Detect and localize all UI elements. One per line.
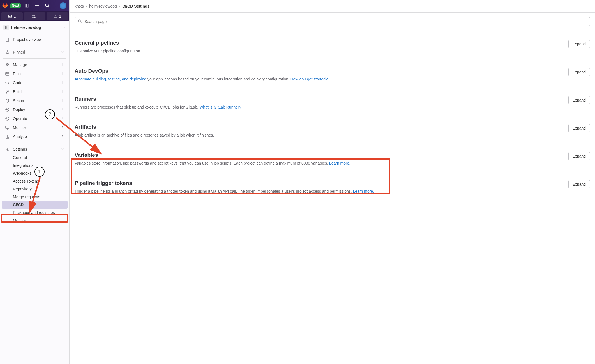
sidebar-item-deploy[interactable]: Deploy <box>2 105 68 114</box>
sidebar-item-label: Settings <box>13 147 27 151</box>
deploy-icon <box>5 107 10 112</box>
sidebar-item-pinned[interactable]: Pinned <box>2 48 68 57</box>
link-learn-more[interactable]: Learn more. <box>329 161 350 165</box>
sidebar-item-monitor[interactable]: Monitor <box>2 123 68 132</box>
search-icon[interactable] <box>43 2 52 10</box>
section-pipeline-trigger-tokens: Pipeline trigger tokens Trigger a pipeli… <box>75 173 590 201</box>
link-runner[interactable]: What is GitLab Runner? <box>199 105 241 109</box>
section-artifacts: Artifacts A job artifact is an archive o… <box>75 117 590 145</box>
expand-button[interactable]: Expand <box>568 40 590 48</box>
link-learn-more[interactable]: Learn more. <box>353 189 374 193</box>
pin-icon <box>5 50 10 54</box>
chevron-right-icon: › <box>86 5 87 8</box>
section-desc: Customize your pipeline configuration. <box>75 48 562 54</box>
search-wrap <box>75 17 590 26</box>
chevron-right-icon <box>61 116 64 121</box>
topbar: Next <box>0 0 69 11</box>
monitor-icon <box>5 125 10 130</box>
svg-rect-15 <box>6 72 9 75</box>
sidebar-sub-repository[interactable]: Repository <box>2 185 68 193</box>
expand-button[interactable]: Expand <box>568 124 590 132</box>
sidebar-item-project-overview[interactable]: Project overview <box>2 35 68 44</box>
counters-row: 1 1 <box>0 11 69 21</box>
section-title: Variables <box>75 152 562 158</box>
section-title: Pipeline trigger tokens <box>75 180 562 186</box>
chevron-right-icon <box>61 63 64 67</box>
expand-button[interactable]: Expand <box>568 68 590 76</box>
link-get-started[interactable]: How do I get started? <box>290 77 328 81</box>
sidebar-item-build[interactable]: Build <box>2 87 68 96</box>
rocket-icon <box>5 89 10 94</box>
sidebar-item-label: Secure <box>13 98 25 103</box>
chevron-right-icon <box>61 98 64 103</box>
sidebar-item-label: Build <box>13 89 22 94</box>
section-runners: Runners Runners are processes that pick … <box>75 89 590 117</box>
svg-point-8 <box>32 17 33 18</box>
sidebar-item-plan[interactable]: Plan <box>2 69 68 78</box>
next-badge: Next <box>10 3 21 8</box>
expand-button[interactable]: Expand <box>568 152 590 160</box>
svg-point-13 <box>6 63 8 65</box>
sidebar-item-label: Manage <box>13 63 27 67</box>
gitlab-logo-icon[interactable] <box>2 2 8 9</box>
sidebar-sub-cicd[interactable]: CI/CD <box>2 201 68 209</box>
chevron-right-icon: › <box>119 5 120 8</box>
sidebar: Next 1 1 <box>0 0 70 364</box>
sidebar-item-label: Plan <box>13 72 21 76</box>
chevron-right-icon <box>61 134 64 139</box>
nav: Project overview Pinned Manage Plan <box>0 34 69 364</box>
sidebar-item-manage[interactable]: Manage <box>2 60 68 69</box>
svg-point-14 <box>8 64 9 65</box>
breadcrumb-link[interactable]: helm-reviewdog <box>89 4 117 8</box>
sidebar-item-label: Analyze <box>13 134 27 139</box>
section-desc: Trigger a pipeline for a branch or tag b… <box>75 188 562 194</box>
chevron-down-icon <box>63 25 66 30</box>
avatar[interactable] <box>60 2 66 9</box>
sidebar-sub-monitor[interactable]: Monitor <box>2 216 68 224</box>
svg-point-21 <box>7 118 8 119</box>
sidebar-item-settings[interactable]: Settings <box>2 145 68 154</box>
sidebar-sub-integrations[interactable]: Integrations <box>2 162 68 169</box>
expand-button[interactable]: Expand <box>568 96 590 104</box>
section-title: General pipelines <box>75 40 562 46</box>
breadcrumb-current: CI/CD Settings <box>122 4 149 8</box>
sidebar-item-analyze[interactable]: Analyze <box>2 132 68 141</box>
code-icon <box>5 80 10 85</box>
sidebar-sub-webhooks[interactable]: Webhooks <box>2 169 68 177</box>
sidebar-sub-access-tokens[interactable]: Access Tokens <box>2 177 68 185</box>
link-automate[interactable]: Automate building, testing, and deployin… <box>75 77 146 81</box>
chevron-right-icon <box>61 72 64 76</box>
sidebar-item-code[interactable]: Code <box>2 78 68 87</box>
sidebar-item-label: Operate <box>13 116 27 121</box>
expand-button[interactable]: Expand <box>568 180 590 188</box>
sidebar-sub-packages[interactable]: Packages and registries <box>2 209 68 216</box>
svg-point-9 <box>34 17 35 18</box>
issues-counter[interactable]: 1 <box>1 12 23 20</box>
chevron-right-icon <box>61 80 64 85</box>
section-title: Artifacts <box>75 124 562 130</box>
sidebar-item-label: Code <box>13 80 22 85</box>
sidebar-sub-merge-requests[interactable]: Merge requests <box>2 193 68 201</box>
panel-icon[interactable] <box>22 2 31 10</box>
sidebar-sub-general[interactable]: General <box>2 154 68 162</box>
section-general-pipelines: General pipelines Customize your pipelin… <box>75 33 590 61</box>
section-title: Auto DevOps <box>75 68 562 74</box>
gear-icon <box>5 147 10 151</box>
project-header[interactable]: H helm-reviewdog <box>0 21 69 34</box>
counter-value: 1 <box>14 14 16 19</box>
sidebar-item-secure[interactable]: Secure <box>2 96 68 105</box>
plus-icon[interactable] <box>33 2 41 10</box>
chevron-right-icon <box>61 107 64 112</box>
sidebar-item-label: Monitor <box>13 125 26 130</box>
svg-point-7 <box>32 15 33 16</box>
section-desc: Runners are processes that pick up and e… <box>75 104 562 110</box>
search-input[interactable] <box>75 17 590 26</box>
section-variables: Variables Variables store information, l… <box>75 145 590 173</box>
chevron-down-icon <box>61 50 64 54</box>
breadcrumb-link[interactable]: kntks <box>75 4 84 8</box>
todos-counter[interactable]: 1 <box>47 12 68 20</box>
merge-requests-counter[interactable] <box>24 12 45 20</box>
chevron-right-icon <box>61 125 64 130</box>
sidebar-item-operate[interactable]: Operate <box>2 114 68 123</box>
main: kntks › helm-reviewdog › CI/CD Settings … <box>70 0 595 364</box>
